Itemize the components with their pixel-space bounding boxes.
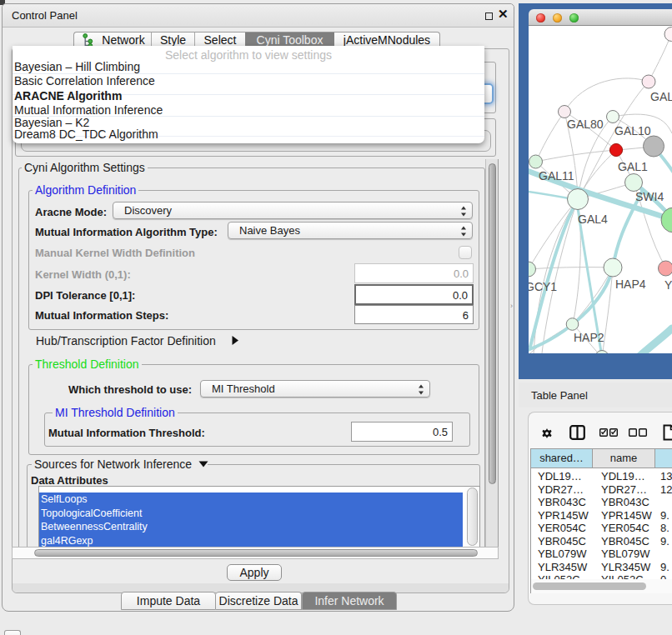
svg-text:GAL1: GAL1: [618, 160, 648, 173]
svg-text:GAL: GAL: [650, 90, 672, 103]
svg-text:SWI4: SWI4: [635, 190, 664, 203]
svg-text:GAL80: GAL80: [567, 118, 604, 131]
svg-text:GAL11: GAL11: [539, 169, 574, 182]
svg-text:GAL10: GAL10: [614, 124, 651, 138]
svg-text:HAP2: HAP2: [574, 331, 604, 344]
svg-text:Y: Y: [664, 278, 672, 292]
svg-text:GAL4: GAL4: [578, 212, 608, 226]
svg-text:GCY1: GCY1: [529, 280, 557, 293]
svg-text:HAP4: HAP4: [615, 278, 646, 291]
